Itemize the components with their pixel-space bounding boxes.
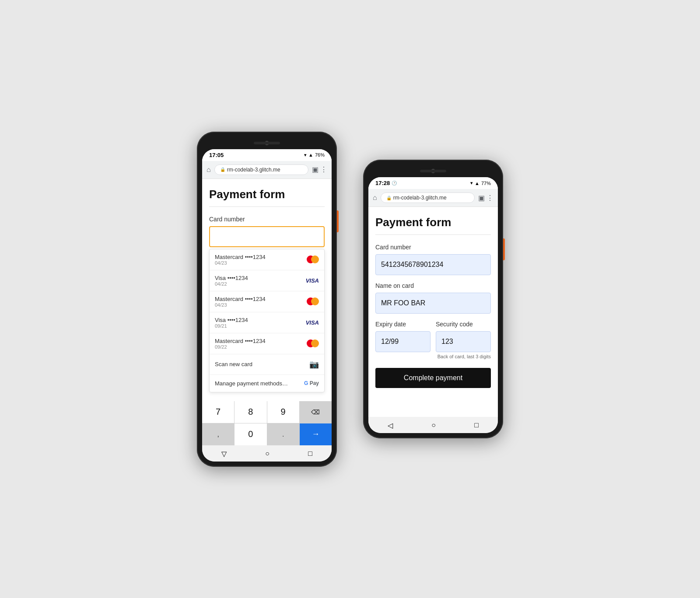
list-item[interactable]: Mastercard ••••1234 04/23 [210, 249, 324, 270]
card-info-3: Mastercard ••••1234 04/23 [215, 296, 266, 308]
card-info-1: Mastercard ••••1234 04/23 [215, 254, 266, 266]
status-bar-right: 17:28 🕐 ▾ ▲ 77% [368, 177, 498, 189]
name-value: MR FOO BAR [381, 299, 425, 307]
card-number-label-right: Card number [375, 244, 491, 251]
card-name-4: Visa ••••1234 [215, 317, 248, 323]
manage-payment-item[interactable]: Manage payment methods… G Pay [210, 375, 324, 392]
security-field: Security code 123 [436, 321, 491, 352]
key-next[interactable]: → [300, 423, 332, 445]
page-content-left: Payment form Card number Mastercard ••••… [202, 179, 332, 401]
status-icons-left: ▾ ▲ 76% [304, 152, 325, 158]
card-number-input-left[interactable] [209, 226, 325, 247]
right-phone-wrapper: 17:28 🕐 ▾ ▲ 77% ⌂ 🔒 rm-codelab-3.glitch.… [363, 160, 503, 438]
card-info-2: Visa ••••1234 04/22 [215, 275, 248, 287]
visa-logo-2: VISA [306, 277, 319, 284]
key-8[interactable]: 8 [234, 401, 266, 423]
card-expiry-1: 04/23 [215, 260, 266, 266]
nav-bar-left: ▽ ○ □ [202, 446, 332, 462]
time-left: 17:05 [209, 152, 224, 158]
name-filled[interactable]: MR FOO BAR [375, 293, 491, 314]
signal-icon-right: ▲ [475, 181, 480, 186]
browser-actions-left: ▣ ⋮ [312, 165, 327, 174]
wifi-icon: ▾ [304, 152, 307, 158]
nav-back-left[interactable]: ▽ [221, 450, 227, 458]
tab-icon-right[interactable]: ▣ [478, 194, 485, 202]
url-box-right[interactable]: 🔒 rm-codelab-3.glitch.me [381, 192, 475, 203]
list-item[interactable]: Mastercard ••••1234 09/22 [210, 333, 324, 354]
expiry-field: Expiry date 12/99 [375, 321, 430, 352]
complete-payment-button[interactable]: Complete payment [375, 368, 491, 388]
right-phone: 17:28 🕐 ▾ ▲ 77% ⌂ 🔒 rm-codelab-3.glitch.… [363, 160, 503, 438]
key-comma[interactable]: , [202, 423, 234, 445]
key-period[interactable]: . [267, 423, 299, 445]
battery-left: 76% [315, 152, 325, 157]
status-bar-left: 17:05 ▾ ▲ 76% [202, 149, 332, 161]
clock-icon: 🕐 [392, 181, 397, 185]
browser-bar-left: ⌂ 🔒 rm-codelab-3.glitch.me ▣ ⋮ [202, 161, 332, 179]
speaker-right [420, 170, 446, 172]
home-icon-right[interactable]: ⌂ [373, 194, 377, 202]
page-content-right: Payment form Card number 541234567890123… [368, 207, 498, 417]
card-expiry-2: 04/22 [215, 281, 248, 287]
divider-right [375, 234, 491, 235]
card-name-1: Mastercard ••••1234 [215, 254, 266, 260]
expiry-value: 12/99 [381, 338, 399, 346]
camera-icon: 📷 [309, 360, 319, 369]
list-item[interactable]: Mastercard ••••1234 04/23 [210, 291, 324, 312]
gpay-logo: G Pay [304, 380, 319, 386]
card-number-filled[interactable]: 5412345678901234 [375, 254, 491, 275]
url-box-left[interactable]: 🔒 rm-codelab-3.glitch.me [214, 164, 308, 175]
nav-recents-left[interactable]: □ [308, 450, 312, 458]
notch-area-right [368, 165, 498, 177]
expiry-input[interactable]: 12/99 [375, 331, 430, 352]
numeric-keyboard: 7 8 9 ⌫ , 0 . → [202, 401, 332, 445]
key-backspace[interactable]: ⌫ [300, 401, 332, 423]
lock-icon-left: 🔒 [220, 167, 225, 172]
list-item[interactable]: Visa ••••1234 09/21 VISA [210, 312, 324, 333]
browser-actions-right: ▣ ⋮ [478, 194, 494, 202]
nav-home-right[interactable]: ○ [431, 421, 436, 430]
manage-label: Manage payment methods… [215, 380, 288, 387]
autofill-dropdown: Mastercard ••••1234 04/23 Visa ••••1234 … [209, 249, 325, 392]
right-phone-screen: 17:28 🕐 ▾ ▲ 77% ⌂ 🔒 rm-codelab-3.glitch.… [368, 177, 498, 433]
card-name-2: Visa ••••1234 [215, 275, 248, 281]
menu-icon-left[interactable]: ⋮ [320, 165, 327, 174]
security-label: Security code [436, 321, 491, 328]
tab-icon-left[interactable]: ▣ [312, 165, 318, 174]
scan-new-card-item[interactable]: Scan new card 📷 [210, 354, 324, 375]
key-7[interactable]: 7 [202, 401, 234, 423]
notch-area-left [202, 137, 332, 149]
card-name-5: Mastercard ••••1234 [215, 338, 266, 344]
page-title-right: Payment form [375, 216, 491, 229]
battery-right: 77% [481, 181, 491, 186]
speaker-left [254, 142, 280, 144]
nav-recents-right[interactable]: □ [474, 421, 479, 430]
lock-icon-right: 🔒 [386, 196, 392, 200]
card-expiry-3: 04/23 [215, 302, 266, 308]
signal-icon: ▲ [308, 152, 313, 157]
nav-home-left[interactable]: ○ [265, 450, 270, 458]
side-button-right [503, 238, 505, 260]
card-expiry-4: 09/21 [215, 323, 248, 329]
key-0[interactable]: 0 [234, 423, 266, 445]
nav-back-right[interactable]: ◁ [388, 421, 393, 430]
mastercard-logo-3 [307, 297, 319, 305]
list-item[interactable]: Visa ••••1234 04/22 VISA [210, 270, 324, 291]
card-number-label-left: Card number [209, 216, 325, 223]
divider-left [209, 206, 325, 207]
page-title-left: Payment form [209, 188, 325, 201]
home-icon-left[interactable]: ⌂ [206, 166, 211, 174]
name-label: Name on card [375, 282, 491, 289]
clock-row: 17:28 🕐 [375, 180, 397, 186]
expiry-label: Expiry date [375, 321, 430, 328]
menu-icon-right[interactable]: ⋮ [486, 194, 494, 202]
mastercard-logo-1 [307, 255, 319, 263]
left-phone: 17:05 ▾ ▲ 76% ⌂ 🔒 rm-codelab-3.glitch.me… [197, 132, 337, 467]
security-hint: Back of card, last 3 digits [375, 354, 491, 359]
visa-logo-4: VISA [306, 319, 319, 326]
security-input[interactable]: 123 [436, 331, 491, 352]
mastercard-logo-5 [307, 339, 319, 347]
browser-bar-right: ⌂ 🔒 rm-codelab-3.glitch.me ▣ ⋮ [368, 189, 498, 207]
url-text-left: rm-codelab-3.glitch.me [227, 167, 280, 173]
key-9[interactable]: 9 [267, 401, 299, 423]
